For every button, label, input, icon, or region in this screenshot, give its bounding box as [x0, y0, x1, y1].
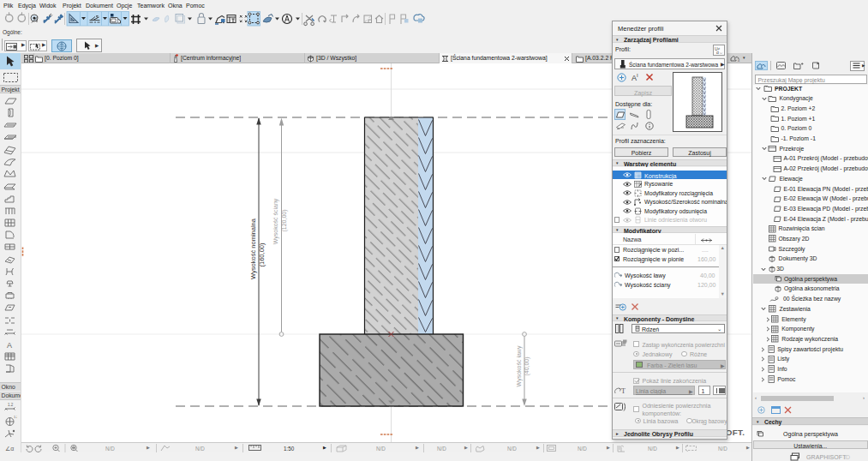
svg-text:Wysokość ściany: Wysokość ściany [272, 198, 279, 244]
svg-text:(160,00): (160,00) [258, 242, 266, 266]
svg-text:(40,00): (40,00) [524, 356, 530, 375]
svg-text:4: 4 [738, 58, 740, 62]
svg-text:(120,00): (120,00) [281, 209, 288, 231]
svg-text:Wysokość ławy: Wysokość ławy [516, 345, 523, 386]
svg-text:Wysokość nominalna: Wysokość nominalna [249, 218, 257, 279]
svg-text:∠α: ∠α [5, 446, 14, 452]
svg-text:1.2: 1.2 [8, 403, 14, 407]
svg-text:1.2: 1.2 [14, 415, 17, 419]
svg-text:A: A [7, 341, 12, 350]
svg-text:T: T [621, 387, 626, 395]
svg-text:α⇔: α⇔ [716, 50, 723, 55]
